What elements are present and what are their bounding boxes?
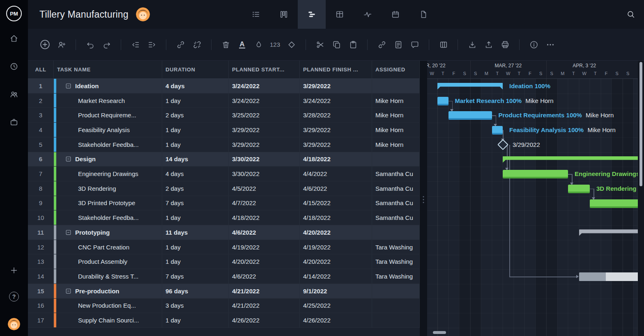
- view-tab-calendar[interactable]: [382, 0, 409, 29]
- import-button[interactable]: [465, 37, 479, 53]
- task-bar[interactable]: [568, 185, 590, 193]
- column-header-assigned[interactable]: ASSIGNED: [372, 61, 420, 78]
- task-bar[interactable]: [579, 272, 638, 281]
- unlink-tasks-button[interactable]: [190, 37, 204, 53]
- indent-button[interactable]: [145, 37, 159, 53]
- column-header-planned-finish[interactable]: PLANNED FINISH ...: [300, 61, 372, 78]
- table-row[interactable]: 4Feasibility Analysis1 day3/29/20223/29/…: [28, 123, 420, 137]
- add-plus-icon[interactable]: [9, 265, 19, 275]
- more-options-button[interactable]: [543, 37, 557, 53]
- splitter-grip-icon[interactable]: [423, 196, 424, 203]
- export-button[interactable]: [481, 37, 496, 53]
- task-name-cell[interactable]: New Production Eq...: [54, 299, 162, 313]
- collapse-icon[interactable]: [65, 83, 71, 89]
- task-bar[interactable]: [448, 111, 492, 120]
- task-name-cell[interactable]: 3D Rendering: [54, 181, 162, 196]
- task-name-cell[interactable]: Feasibility Analysis: [54, 123, 162, 137]
- number-format-button[interactable]: 123: [268, 37, 282, 53]
- task-name-cell[interactable]: Durability & Stress T...: [54, 269, 162, 284]
- column-header-all[interactable]: ALL: [28, 61, 54, 78]
- redo-button[interactable]: [99, 37, 114, 53]
- task-bar[interactable]: [590, 199, 638, 208]
- info-button[interactable]: [527, 37, 541, 53]
- task-bar[interactable]: [503, 170, 568, 178]
- column-header-planned-start[interactable]: PLANNED START...: [229, 61, 300, 78]
- task-name-cell[interactable]: CNC Part Creation: [54, 240, 162, 255]
- vertical-scrollbar-rail[interactable]: [638, 61, 644, 336]
- attachment-button[interactable]: [375, 37, 389, 53]
- task-name-cell[interactable]: Design: [54, 152, 162, 167]
- vertical-scroll-thumb[interactable]: [639, 62, 642, 186]
- dependency-line: [509, 277, 576, 277]
- copy-button[interactable]: [329, 37, 344, 53]
- table-row[interactable]: 14Durability & Stress T...7 days4/6/2022…: [28, 269, 420, 284]
- task-name-cell[interactable]: Stakeholder Feedba...: [54, 210, 162, 225]
- collapse-icon[interactable]: [65, 288, 71, 294]
- gantt-horizontal-scrollbar[interactable]: [430, 331, 635, 334]
- table-row[interactable]: 16New Production Eq...3 days4/21/20224/2…: [28, 299, 420, 313]
- table-row[interactable]: 12CNC Part Creation1 day4/19/20224/19/20…: [28, 240, 420, 255]
- table-row[interactable]: 6Design14 days3/30/20224/18/2022: [28, 152, 420, 167]
- table-row[interactable]: 3Product Requireme...2 days3/25/20223/28…: [28, 108, 420, 123]
- delete-button[interactable]: [218, 37, 233, 53]
- table-row[interactable]: 5Stakeholder Feedba...1 day3/29/20223/29…: [28, 137, 420, 152]
- column-header-duration[interactable]: DURATION: [162, 61, 229, 78]
- collapse-icon[interactable]: [65, 156, 71, 162]
- view-tab-document[interactable]: [409, 0, 437, 29]
- paste-button[interactable]: [346, 37, 360, 53]
- home-icon[interactable]: [9, 34, 19, 43]
- portfolio-briefcase-icon[interactable]: [9, 117, 19, 127]
- task-name-cell[interactable]: Product Requireme...: [54, 108, 162, 123]
- font-color-button[interactable]: A: [235, 37, 249, 53]
- table-row[interactable]: 11Prototyping11 days4/6/20224/20/2022: [28, 225, 420, 240]
- cut-button[interactable]: [313, 37, 327, 53]
- comment-button[interactable]: [407, 37, 422, 53]
- horizontal-scroll-thumb[interactable]: [433, 331, 446, 334]
- task-name-cell[interactable]: Market Research: [54, 94, 162, 108]
- assign-user-button[interactable]: [54, 37, 69, 53]
- task-name-cell[interactable]: Pre-production: [54, 284, 162, 299]
- task-name-cell[interactable]: Ideation: [54, 79, 162, 94]
- fill-color-button[interactable]: [251, 37, 266, 53]
- search-icon[interactable]: [626, 0, 635, 29]
- table-row[interactable]: 17Supply Chain Sourci...1 day4/26/20224/…: [28, 313, 420, 328]
- table-row[interactable]: 10Stakeholder Feedba...1 day4/18/20224/1…: [28, 210, 420, 225]
- milestone-button[interactable]: [284, 37, 299, 53]
- notes-button[interactable]: [391, 37, 405, 53]
- help-icon[interactable]: ?: [9, 292, 19, 302]
- table-row[interactable]: 2Market Research1 day3/24/20223/24/2022M…: [28, 94, 420, 108]
- project-owner-avatar[interactable]: [136, 7, 150, 21]
- table-row[interactable]: 15Pre-production96 days4/21/20229/1/2022: [28, 284, 420, 299]
- table-row[interactable]: 1Ideation4 days3/24/20223/29/2022: [28, 79, 420, 94]
- collapse-icon[interactable]: [65, 229, 71, 235]
- pane-splitter[interactable]: [420, 61, 427, 336]
- outdent-button[interactable]: [128, 37, 143, 53]
- task-name-cell[interactable]: Prototyping: [54, 225, 162, 240]
- undo-button[interactable]: [83, 37, 97, 53]
- columns-button[interactable]: [436, 37, 451, 53]
- user-avatar[interactable]: [8, 318, 20, 330]
- table-row[interactable]: 13Product Assembly1 day4/20/20224/20/202…: [28, 254, 420, 269]
- task-name-cell[interactable]: Supply Chain Sourci...: [54, 313, 162, 328]
- view-tab-activity[interactable]: [354, 0, 382, 29]
- task-bar[interactable]: [492, 126, 503, 135]
- table-row[interactable]: 93D Printed Prototype7 days4/7/20224/15/…: [28, 196, 420, 211]
- pm-logo[interactable]: PM: [6, 6, 22, 21]
- table-row[interactable]: 7Engineering Drawings4 days3/30/20224/4/…: [28, 167, 420, 181]
- column-header-task-name[interactable]: TASK NAME: [54, 61, 162, 78]
- task-name-cell[interactable]: Engineering Drawings: [54, 167, 162, 181]
- link-tasks-button[interactable]: [173, 37, 188, 53]
- table-row[interactable]: 83D Rendering2 days4/5/20224/6/2022Saman…: [28, 181, 420, 196]
- view-tab-gantt[interactable]: [298, 0, 326, 29]
- task-bar[interactable]: [437, 97, 448, 105]
- view-tab-sheet[interactable]: [326, 0, 354, 29]
- recent-clock-icon[interactable]: [9, 62, 19, 71]
- view-tab-board[interactable]: [270, 0, 298, 29]
- add-task-button[interactable]: [38, 37, 52, 53]
- task-name-cell[interactable]: 3D Printed Prototype: [54, 196, 162, 211]
- team-people-icon[interactable]: [9, 89, 19, 99]
- print-button[interactable]: [498, 37, 512, 53]
- view-tab-list[interactable]: [242, 0, 270, 29]
- task-name-cell[interactable]: Stakeholder Feedba...: [54, 137, 162, 152]
- task-name-cell[interactable]: Product Assembly: [54, 254, 162, 269]
